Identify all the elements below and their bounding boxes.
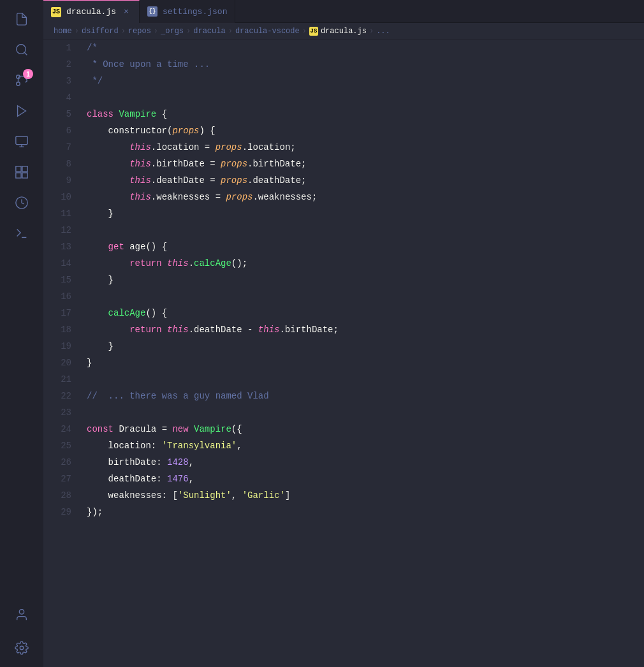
line-num-8: 8 xyxy=(43,156,71,172)
code-line-8: this.birthDate = props.birthDate; xyxy=(87,156,644,172)
line-num-23: 23 xyxy=(43,404,71,421)
code-line-5: class Vampire { xyxy=(87,106,644,122)
code-line-2: * Once upon a time ... xyxy=(87,56,644,73)
code-editor[interactable]: 1 2 3 4 5 6 7 8 9 10 11 12 13 14 15 16 1… xyxy=(43,40,644,667)
source-control-icon[interactable]: 1 xyxy=(8,66,36,94)
line-num-4: 4 xyxy=(43,89,71,106)
breadcrumb-sep-1: › xyxy=(75,27,79,36)
code-line-26: birthDate: 1428, xyxy=(87,454,644,471)
line-num-20: 20 xyxy=(43,355,71,371)
source-control-badge: 1 xyxy=(23,69,33,79)
js-file-icon: JS xyxy=(51,7,61,17)
line-num-11: 11 xyxy=(43,205,71,222)
code-line-11: } xyxy=(87,205,644,222)
svg-point-0 xyxy=(17,45,26,54)
line-num-9: 9 xyxy=(43,172,71,189)
tab-dracula-js[interactable]: JS dracula.js × xyxy=(43,0,140,23)
search-icon[interactable] xyxy=(8,36,36,64)
line-num-24: 24 xyxy=(43,421,71,437)
line-num-7: 7 xyxy=(43,139,71,156)
code-line-14: return this.calcAge(); xyxy=(87,255,644,272)
code-line-18: return this.deathDate - this.birthDate; xyxy=(87,321,644,338)
breadcrumb-js-icon: JS xyxy=(309,27,318,36)
line-num-10: 10 xyxy=(43,189,71,205)
svg-point-16 xyxy=(20,646,24,650)
line-num-29: 29 xyxy=(43,504,71,520)
code-line-1: /* xyxy=(87,40,644,56)
svg-marker-5 xyxy=(18,106,26,117)
svg-point-3 xyxy=(17,82,20,86)
line-num-26: 26 xyxy=(43,454,71,471)
extensions-icon[interactable] xyxy=(8,158,36,186)
breadcrumb-sep-6: › xyxy=(302,27,307,36)
svg-rect-10 xyxy=(22,166,27,172)
breadcrumb-dracula-vscode[interactable]: dracula-vscode xyxy=(235,27,300,36)
line-num-18: 18 xyxy=(43,321,71,338)
activity-bar: 1 xyxy=(0,0,43,667)
svg-point-15 xyxy=(19,610,24,614)
json-file-icon: {} xyxy=(147,6,157,17)
editor-main: JS dracula.js × {} settings.json home › … xyxy=(43,0,644,667)
line-num-27: 27 xyxy=(43,471,71,487)
line-num-6: 6 xyxy=(43,122,71,139)
svg-line-1 xyxy=(24,52,27,55)
line-num-2: 2 xyxy=(43,56,71,73)
line-num-15: 15 xyxy=(43,272,71,288)
line-num-22: 22 xyxy=(43,388,71,404)
line-num-19: 19 xyxy=(43,338,71,355)
breadcrumb-orgs[interactable]: _orgs xyxy=(161,27,184,36)
line-num-1: 1 xyxy=(43,40,71,56)
code-line-3: */ xyxy=(87,73,644,89)
code-line-19: } xyxy=(87,338,644,355)
tab-settings-json[interactable]: {} settings.json xyxy=(140,0,235,23)
breadcrumb-sep-5: › xyxy=(228,27,233,36)
code-line-17: calcAge() { xyxy=(87,305,644,321)
code-line-25: location: 'Transylvania', xyxy=(87,437,644,454)
breadcrumb-dracula-js[interactable]: dracula.js xyxy=(321,27,367,36)
line-num-25: 25 xyxy=(43,437,71,454)
tab-bar: JS dracula.js × {} settings.json xyxy=(43,0,644,23)
code-line-20: } xyxy=(87,355,644,371)
breadcrumb-sep-2: › xyxy=(121,27,126,36)
breadcrumb-dsifford[interactable]: dsifford xyxy=(82,27,119,36)
code-line-22: // ... there was a guy named Vlad xyxy=(87,388,644,404)
line-num-17: 17 xyxy=(43,305,71,321)
breadcrumb-dracula[interactable]: dracula xyxy=(193,27,225,36)
svg-rect-6 xyxy=(16,136,27,145)
breadcrumb-sep-7: › xyxy=(369,27,374,36)
code-content: /* * Once upon a time ... */ class Vampi… xyxy=(82,40,644,667)
line-num-28: 28 xyxy=(43,487,71,504)
code-line-10: this.weaknesses = props.weaknesses; xyxy=(87,189,644,205)
breadcrumb-sep-3: › xyxy=(154,27,158,36)
breadcrumb-home[interactable]: home xyxy=(54,27,72,36)
code-line-23 xyxy=(87,404,644,421)
breadcrumb-sep-4: › xyxy=(186,27,191,36)
line-num-12: 12 xyxy=(43,222,71,238)
line-num-14: 14 xyxy=(43,255,71,272)
code-line-4 xyxy=(87,89,644,106)
breadcrumb-repos[interactable]: repos xyxy=(128,27,151,36)
svg-rect-12 xyxy=(22,173,27,178)
code-line-16 xyxy=(87,288,644,305)
tab-label-dracula-js: dracula.js xyxy=(66,7,116,17)
code-line-28: weaknesses: ['Sunlight', 'Garlic'] xyxy=(87,487,644,504)
files-icon[interactable] xyxy=(8,5,36,33)
terminal-icon[interactable] xyxy=(8,219,36,247)
line-num-3: 3 xyxy=(43,73,71,89)
line-numbers: 1 2 3 4 5 6 7 8 9 10 11 12 13 14 15 16 1… xyxy=(43,40,82,667)
tab-close-dracula-js[interactable]: × xyxy=(121,7,131,17)
account-icon[interactable] xyxy=(8,601,36,629)
timeline-icon[interactable] xyxy=(8,189,36,217)
tab-label-settings-json: settings.json xyxy=(163,7,227,17)
line-num-13: 13 xyxy=(43,238,71,255)
settings-icon[interactable] xyxy=(8,634,36,662)
remote-explorer-icon[interactable] xyxy=(8,128,36,156)
breadcrumb-ellipsis[interactable]: ... xyxy=(376,27,390,36)
code-line-24: const Dracula = new Vampire({ xyxy=(87,421,644,437)
line-num-21: 21 xyxy=(43,371,71,388)
run-debug-icon[interactable] xyxy=(8,97,36,125)
code-line-9: this.deathDate = props.deathDate; xyxy=(87,172,644,189)
line-num-16: 16 xyxy=(43,288,71,305)
code-line-7: this.location = props.location; xyxy=(87,139,644,156)
code-line-6: constructor(props) { xyxy=(87,122,644,139)
